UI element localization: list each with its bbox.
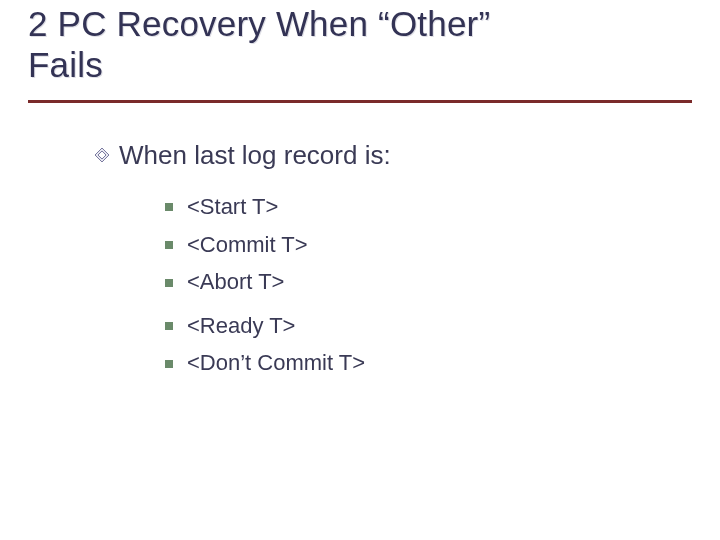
list-item: <Commit T> [165,231,680,260]
level1-text: When last log record is: [119,139,391,172]
list-item: <Start T> [165,193,680,222]
list-item: <Don’t Commit T> [165,349,680,378]
title-line-1: 2 PC Recovery When “Other” [28,3,692,44]
square-bullet-icon [165,360,173,368]
list-item: <Abort T> [165,268,680,297]
list-item-text: <Ready T> [187,312,295,341]
square-bullet-icon [165,241,173,249]
square-bullet-icon [165,322,173,330]
list-item-text: <Commit T> [187,231,308,260]
diamond-bullet-icon [95,148,109,162]
list-item-text: <Abort T> [187,268,284,297]
level2-list: <Start T> <Commit T> <Abort T> <Ready T>… [95,193,680,378]
square-bullet-icon [165,203,173,211]
slide-title: 2 PC Recovery When “Other” Fails [0,0,720,92]
bullet-level-1: When last log record is: [95,139,680,172]
list-item: <Ready T> [165,312,680,341]
slide: 2 PC Recovery When “Other” Fails When la… [0,0,720,540]
title-line-2: Fails [28,44,692,85]
list-item-text: <Start T> [187,193,278,222]
square-bullet-icon [165,279,173,287]
slide-body: When last log record is: <Start T> <Comm… [0,103,720,378]
list-item-text: <Don’t Commit T> [187,349,365,378]
